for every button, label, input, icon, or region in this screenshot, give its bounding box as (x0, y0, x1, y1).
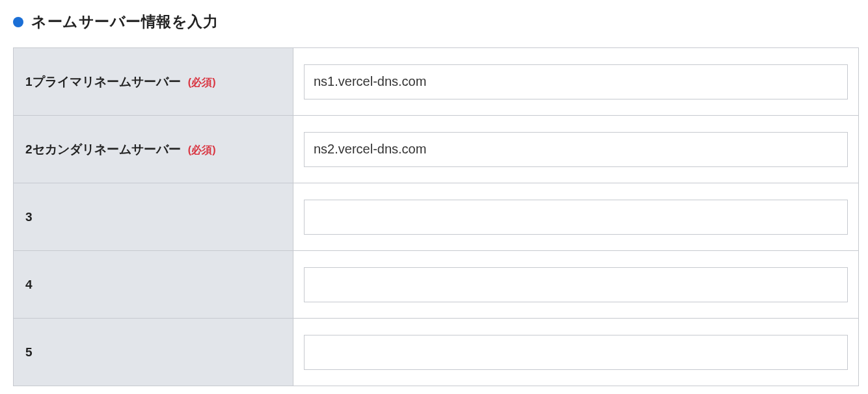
required-badge: (必須) (188, 144, 216, 155)
section-heading: ネームサーバー情報を入力 (13, 12, 855, 32)
nameserver-table: 1プライマリネームサーバー (必須) 2セカンダリネームサーバー (必須) 3 (13, 47, 859, 386)
section-title-text: ネームサーバー情報を入力 (31, 12, 218, 32)
row-label-2: 2セカンダリネームサーバー (必須) (14, 116, 293, 183)
row-label-5: 5 (14, 319, 293, 386)
table-row: 1プライマリネームサーバー (必須) (14, 48, 859, 116)
table-row: 5 (14, 319, 859, 386)
row-label-1: 1プライマリネームサーバー (必須) (14, 48, 293, 116)
row-label-text: 3 (25, 210, 33, 224)
required-badge: (必須) (188, 77, 216, 88)
row-label-text: 2セカンダリネームサーバー (25, 142, 181, 156)
secondary-nameserver-input[interactable] (304, 132, 848, 167)
primary-nameserver-input[interactable] (304, 64, 848, 99)
row-label-text: 1プライマリネームサーバー (25, 75, 181, 88)
row-label-3: 3 (14, 183, 293, 251)
table-row: 2セカンダリネームサーバー (必須) (14, 116, 859, 183)
table-row: 3 (14, 183, 859, 251)
nameserver-3-input[interactable] (304, 200, 848, 235)
row-label-4: 4 (14, 251, 293, 319)
nameserver-5-input[interactable] (304, 335, 848, 370)
bullet-icon (13, 17, 23, 27)
row-label-text: 4 (25, 278, 33, 291)
row-label-text: 5 (25, 345, 33, 359)
nameserver-4-input[interactable] (304, 267, 848, 302)
table-row: 4 (14, 251, 859, 319)
